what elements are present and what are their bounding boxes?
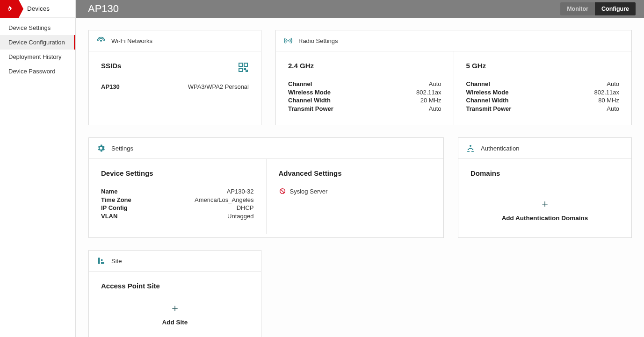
card-title: Settings: [111, 145, 133, 152]
svg-rect-3: [239, 68, 242, 72]
svg-point-10: [468, 149, 469, 150]
device-settings-heading: Device Settings: [101, 169, 254, 177]
ssid-security: WPA3/WPA2 Personal: [188, 83, 249, 90]
plus-icon: ＋: [540, 199, 550, 209]
svg-rect-14: [101, 262, 104, 264]
svg-line-8: [281, 190, 284, 193]
ssid-row[interactable]: AP130 WPA3/WPA2 Personal: [101, 83, 249, 90]
card-title: Radio Settings: [298, 37, 338, 44]
radio-24ghz-column: 2.4 GHz ChannelAuto Wireless Mode802.11a…: [276, 51, 454, 125]
sidebar-item-device-password[interactable]: Device Password: [0, 64, 75, 79]
device-settings-column: Device Settings NameAP130-32 Time ZoneAm…: [89, 159, 266, 234]
svg-point-9: [470, 145, 471, 147]
card-title: Site: [111, 258, 122, 265]
wifi-icon: [96, 36, 106, 45]
svg-rect-13: [101, 259, 102, 261]
wifi-networks-card[interactable]: Wi-Fi Networks SSIDs AP130 WPA3/WPA2 Per…: [88, 30, 261, 125]
syslog-row: Syslog Server: [279, 187, 432, 195]
site-card[interactable]: Site Access Point Site ＋ Add Site: [88, 250, 261, 337]
main-content: Wi-Fi Networks SSIDs AP130 WPA3/WPA2 Per…: [76, 18, 644, 337]
view-tabs: Monitor Configure: [560, 2, 636, 15]
svg-point-0: [100, 40, 102, 42]
radio-5ghz-column: 5 GHz ChannelAuto Wireless Mode802.11ax …: [454, 51, 632, 125]
svg-rect-1: [239, 63, 242, 66]
qr-code-icon[interactable]: [238, 62, 249, 73]
svg-rect-5: [246, 70, 247, 72]
radio-icon: [283, 36, 293, 45]
ssid-name: AP130: [101, 83, 120, 90]
tab-monitor[interactable]: Monitor: [560, 2, 595, 15]
add-auth-domain-label: Add Authentication Domains: [502, 215, 588, 222]
radio-5ghz-title: 5 GHz: [466, 62, 620, 70]
add-auth-domain-button[interactable]: ＋ Add Authentication Domains: [470, 199, 619, 222]
site-icon: [96, 256, 106, 265]
domains-heading: Domains: [470, 169, 619, 177]
users-icon: [466, 143, 475, 153]
authentication-card[interactable]: Authentication Domains ＋ Add Authenticat…: [458, 137, 632, 238]
gear-icon: [96, 143, 106, 153]
sidebar-item-deployment-history[interactable]: Deployment History: [0, 50, 75, 64]
plus-icon: ＋: [170, 303, 180, 313]
sidebar: Devices Device Settings Device Configura…: [0, 0, 76, 337]
advanced-settings-column: Advanced Settings Syslog Server: [266, 159, 444, 234]
sidebar-items: Device Settings Device Configuration Dep…: [0, 18, 75, 79]
brand-logo: [0, 0, 19, 18]
flame-icon: [6, 5, 13, 13]
settings-card[interactable]: Settings Device Settings NameAP130-32 Ti…: [88, 137, 444, 238]
card-title: Wi-Fi Networks: [111, 37, 152, 44]
radio-24ghz-title: 2.4 GHz: [288, 62, 441, 70]
ssids-heading: SSIDs: [101, 62, 121, 70]
brand-tab[interactable]: Devices: [0, 0, 75, 18]
radio-settings-card[interactable]: Radio Settings 2.4 GHz ChannelAuto Wirel…: [275, 30, 632, 125]
sidebar-item-device-configuration[interactable]: Device Configuration: [0, 35, 75, 50]
topbar: AP130 Monitor Configure: [76, 0, 644, 18]
card-title: Authentication: [481, 145, 519, 152]
syslog-label: Syslog Server: [290, 188, 328, 195]
svg-point-6: [288, 40, 289, 42]
add-site-label: Add Site: [162, 319, 188, 326]
svg-point-11: [472, 149, 473, 150]
disabled-icon: [279, 187, 286, 195]
svg-rect-4: [244, 68, 246, 70]
site-heading: Access Point Site: [101, 282, 249, 290]
advanced-settings-heading: Advanced Settings: [279, 169, 432, 177]
sidebar-item-device-settings[interactable]: Device Settings: [0, 21, 75, 35]
page-title: AP130: [88, 3, 119, 15]
add-site-button[interactable]: ＋ Add Site: [101, 303, 249, 326]
svg-rect-2: [244, 63, 247, 66]
svg-rect-12: [98, 258, 100, 264]
tab-configure[interactable]: Configure: [595, 2, 636, 15]
